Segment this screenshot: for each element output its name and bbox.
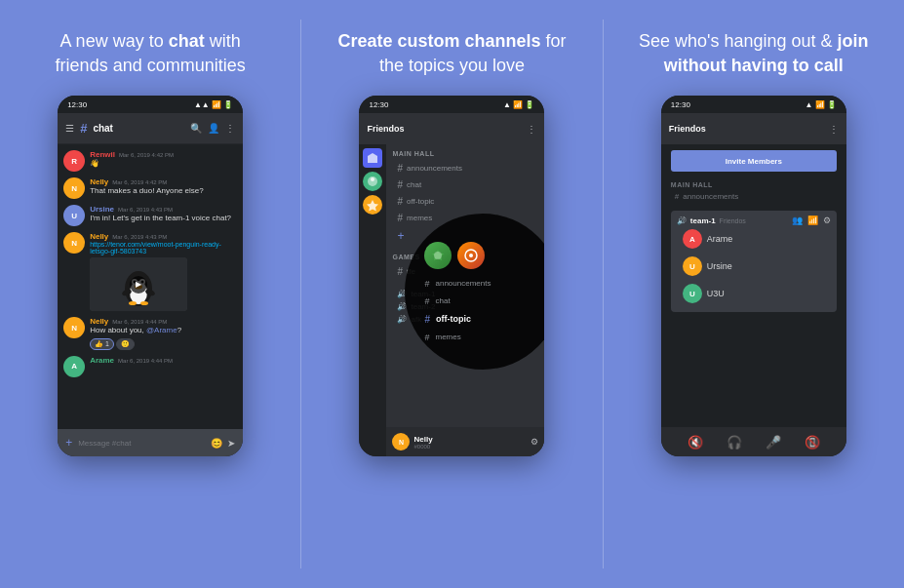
phone-3: 12:30 ▲ 📶 🔋 Friendos ⋮ Invite Members MA… (661, 96, 846, 456)
panel-1-title: A new way to chat with friends and commu… (33, 29, 267, 78)
members-count-icon: 👥 (792, 216, 803, 225)
panel-2: Create custom channels for the topics yo… (301, 0, 602, 588)
server-menu-icon[interactable]: ⋮ (527, 124, 536, 135)
avatar-arame-voice: A (683, 229, 702, 249)
avatar-nelly-2: N (63, 232, 85, 254)
add-icon[interactable]: + (65, 436, 72, 450)
mic-icon[interactable]: 🎤 (766, 435, 781, 450)
message-nelly-1: N Nelly Mar 6, 2019 4:42 PM That makes a… (63, 177, 237, 199)
voice-channel-name-group: 🔊 team-1 Friendos (677, 216, 746, 225)
p3-channel-section: MAIN HALL #announcements (661, 177, 846, 207)
overlay-announcements[interactable]: # announcements (424, 279, 491, 289)
avatar-u3u-voice: U (683, 284, 702, 303)
p3-voice-section: 🔊 team-1 Friendos 👥 📶 ⚙ A Arame (661, 207, 846, 316)
status-bar-2: 12:30 ▲ 📶 🔋 (359, 96, 544, 113)
avatar-ursine-voice: U (683, 256, 702, 276)
message-nelly-gif: N Nelly Mar 6, 2019 4:43 PM https://teno… (63, 232, 237, 311)
svg-point-13 (371, 177, 374, 181)
gif-image: ▶ (90, 257, 187, 311)
settings-icon[interactable]: ⚙ (531, 437, 538, 447)
search-icon[interactable]: 🔍 (190, 123, 202, 134)
author-ursine: Ursine (90, 205, 114, 214)
status-bar-3: 12:30 ▲ 📶 🔋 (661, 96, 846, 113)
settings-voice-icon[interactable]: ⚙ (823, 216, 831, 225)
member-name-arame: Arame (707, 234, 733, 244)
phone-1: 12:30 ▲▲ 📶 🔋 ☰ # chat 🔍 👤 ⋮ R (58, 96, 243, 456)
message-input[interactable]: Message #chat (78, 439, 205, 448)
svg-point-11 (140, 301, 148, 305)
hash-icon: # (80, 121, 87, 136)
speaker-icon: 🔊 (677, 216, 687, 225)
member-name-u3u: U3U (707, 289, 725, 298)
username: Nelly (413, 435, 527, 444)
server-sidebar (359, 144, 386, 456)
speaker-mute-icon[interactable]: 🔇 (688, 435, 703, 450)
voice-member-u3u: U U3U (677, 280, 831, 307)
svg-point-15 (434, 252, 442, 259)
overlay-memes[interactable]: # memes (424, 333, 460, 342)
voice-channel-team1[interactable]: 🔊 team-1 Friendos 👥 📶 ⚙ A Arame (671, 211, 837, 312)
overlay-server-icons (424, 242, 485, 269)
end-call-icon[interactable]: 📵 (805, 435, 820, 450)
chat-input-bar: + Message #chat 😊 ➤ (58, 429, 243, 456)
server-icon-blue[interactable] (363, 148, 382, 168)
message-nelly-arame: N Nelly Mar 6, 2019 4:44 PM How about yo… (63, 317, 237, 349)
message-renwil: R Renwil Mar 6, 2019 4:42 PM 👋 (63, 150, 237, 172)
voice-channel-controls: 👥 📶 ⚙ (792, 216, 831, 225)
overlay-chat[interactable]: # chat (424, 296, 450, 306)
channel-off-topic[interactable]: #off-topic (392, 193, 538, 210)
panel-3: See who's hanging out & join without hav… (604, 0, 904, 588)
server-name: Friendos (367, 124, 404, 134)
svg-marker-14 (367, 200, 378, 212)
server-header: Friendos ⋮ (359, 113, 544, 144)
p3-text-channel[interactable]: #announcements (671, 190, 837, 203)
signal-icon: 📶 (807, 216, 818, 225)
p3-server-name: Friendos (669, 124, 706, 134)
channel-announcements[interactable]: #announcements (392, 160, 538, 176)
section-main-hall: MAIN HALL (392, 150, 538, 157)
author-nelly: Nelly (90, 177, 108, 186)
send-icon[interactable]: ➤ (227, 438, 235, 449)
avatar-arame: A (63, 356, 85, 377)
chat-header: ☰ # chat 🔍 👤 ⋮ (58, 113, 243, 144)
avatar-nelly-3: N (63, 317, 85, 338)
members-icon[interactable]: 👤 (208, 123, 219, 134)
server-icon-orange[interactable] (363, 195, 382, 215)
avatar-nelly: N (63, 177, 85, 199)
user-avatar: N (392, 433, 410, 451)
p3-server-header: Friendos ⋮ (661, 113, 846, 144)
svg-point-10 (129, 301, 137, 305)
overlay-sims-icon (424, 242, 452, 269)
server-icon-green[interactable] (363, 172, 382, 191)
more-icon[interactable]: ⋮ (225, 123, 235, 134)
phone-2: 12:30 ▲ 📶 🔋 Friendos ⋮ (359, 96, 544, 456)
overlay-off-topic[interactable]: # off-topic (424, 314, 471, 325)
avatar-renwil: R (63, 150, 85, 172)
p3-section-main-hall: MAIN HALL (671, 181, 837, 188)
message-reaction[interactable]: 👍 1 🙂 (90, 338, 237, 350)
member-name-ursine: Ursine (707, 261, 732, 271)
header-icons: 🔍 👤 ⋮ (190, 123, 235, 134)
message-arame: A Arame Mar 6, 2019 4:44 PM (63, 356, 237, 377)
invite-members-button[interactable]: Invite Members (671, 150, 837, 172)
message-ursine: U Ursine Mar 6, 2019 4:43 PM I'm in! Let… (63, 205, 237, 226)
headphones-icon[interactable]: 🎧 (727, 435, 742, 450)
emoji-icon[interactable]: 😊 (211, 438, 222, 449)
panel-2-title: Create custom channels for the topics yo… (334, 29, 569, 78)
voice-channel-team1-name: team-1 (690, 216, 716, 225)
panel-3-title: See who's hanging out & join without hav… (637, 29, 871, 78)
channel-chat[interactable]: #chat (392, 176, 538, 193)
hamburger-icon[interactable]: ☰ (65, 123, 74, 134)
voice-member-ursine: U Ursine (677, 253, 831, 280)
user-tag: #0000 (413, 444, 527, 450)
status-bar-1: 12:30 ▲▲ 📶 🔋 (58, 96, 243, 113)
voice-channel-header: 🔊 team-1 Friendos 👥 📶 ⚙ (677, 216, 831, 225)
avatar-ursine: U (63, 205, 85, 226)
p3-menu-icon[interactable]: ⋮ (829, 124, 839, 135)
voice-member-arame: A Arame (677, 225, 831, 253)
bottom-voice-bar: 🔇 🎧 🎤 📵 (661, 427, 846, 456)
svg-point-17 (469, 254, 473, 257)
overlay-overwatch-icon (457, 242, 485, 269)
play-button[interactable]: ▶ (130, 276, 147, 294)
user-bar: N Nelly #0000 ⚙ (386, 427, 544, 456)
